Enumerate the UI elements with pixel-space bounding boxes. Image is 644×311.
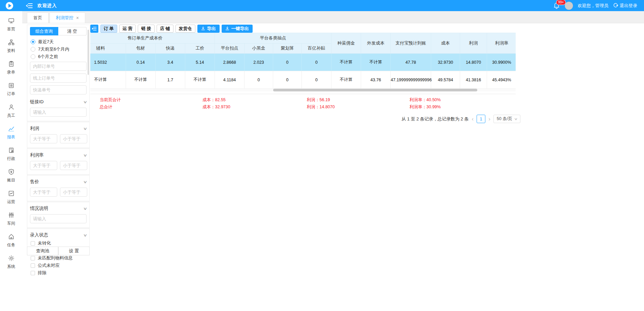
export-button[interactable]: 导出 [197,25,220,33]
grand-total-rate: 利润率：30.99% [410,104,516,110]
price-max-input[interactable] [60,188,87,197]
checkbox-icon [31,263,35,268]
section-entry-status[interactable]: 录入状态 ∨ [30,232,87,238]
remark-input[interactable] [30,214,87,223]
page-total-cost: 成本：82.55 [202,97,307,103]
profit-rate-max-input[interactable] [60,161,87,170]
column-header: 成本 [431,33,460,54]
link-id-input[interactable] [30,108,87,117]
radio-icon [31,54,35,59]
topbar-title: 欢迎进入 [37,3,57,9]
horizontal-scrollbar-thumb[interactable] [273,89,477,91]
internal-order-input[interactable] [30,62,87,71]
grand-total-row: 总合计 成本：32.9730 利润：14.8070 利润率：30.99% [90,104,516,111]
horizontal-scrollbar-track [90,89,516,91]
dimension-tab-warehouse[interactable]: 发货仓 [175,25,195,33]
column-header: 利润 [460,33,487,54]
column-header: 外发成本 [361,33,391,54]
profit-rate-min-input[interactable] [30,161,57,170]
sidebar-item-admin[interactable]: 行政 [0,143,22,165]
home-icon [8,233,14,241]
sidebar-item-operations[interactable]: 运营 [0,187,22,208]
clear-button[interactable]: 清 空 [58,27,87,35]
checkbox-formula-mismatch[interactable]: 公式未对应 [30,262,87,269]
dimension-tab-shop[interactable]: 店 铺 [157,25,173,33]
column-header: 工价 [185,43,215,54]
current-page-button[interactable]: 1 [477,115,485,123]
chevron-down-icon: ∨ [83,206,88,211]
radio-before-6m[interactable]: 6个月之前 [30,53,87,60]
checkbox-no-material-match[interactable]: 未匹配到物料信息 [30,254,87,262]
table-row[interactable]: 1.5032 0.14 3.4 5.14 2.8668 2.023 0 0 不计… [90,54,516,71]
sidebar-item-tasks[interactable]: 任务 [0,230,22,251]
section-price[interactable]: 售价 ∨ [30,179,87,185]
chevron-down-icon: ∨ [83,180,88,184]
logout-icon [613,3,618,9]
table-row[interactable]: 不计算 不计算 1.7 不计算 4.1184 0 0 0 不计算 43.76 4… [90,71,516,89]
radio-last-7-days[interactable]: 最近7天 [30,38,87,46]
combined-query-button[interactable]: 组合查询 [30,27,58,35]
column-group-platform-cuts: 平台各类抽点 [215,33,331,44]
sidebar-item-workshop[interactable]: 车间 [0,208,22,230]
sidebar-item-system[interactable]: 系统 [0,251,22,273]
next-page-icon[interactable]: › [488,116,490,122]
page-size-select[interactable]: 50 条/页 ∨ [493,115,520,123]
sidebar-item-data[interactable]: 资料 [0,35,22,57]
tracking-number-input[interactable] [30,85,87,94]
export-all-button[interactable]: 一键导出 [222,25,253,33]
column-list-icon[interactable] [90,25,98,33]
topbar: 欢迎进入 99+ 欢迎您，管理员 退出登录 [0,0,644,11]
checkbox-not-converted[interactable]: 未转化 [30,239,87,247]
grand-total-profit: 利润：14.8070 [307,104,410,110]
chart-box-icon [8,190,14,198]
sidebar-item-orders[interactable]: 订单 [0,79,22,100]
settings-button[interactable]: 设 置 [58,247,90,255]
notification-bell-icon[interactable]: 99+ [553,2,560,9]
close-icon[interactable]: × [76,15,79,21]
dimension-tab-order[interactable]: 订 单 [100,25,117,33]
main-content: 组合查询 清 空 最近7天 7天前至6个月内 6个月之前 链接ID ∨ 利润 ∨ [22,23,644,311]
section-remark[interactable]: 情况说明 ∨ [30,205,87,211]
section-profit-rate[interactable]: 利润率 ∨ [30,152,87,158]
query-pool-button[interactable]: 查询池 [27,247,58,255]
doc-user-icon [8,147,14,155]
sidebar-item-entry[interactable]: 录单 [0,57,22,79]
shield-yen-icon [8,169,14,176]
section-profit[interactable]: 利润 ∨ [30,125,87,132]
grand-total-cost: 成本：32.9730 [202,104,307,110]
avatar[interactable] [565,2,573,10]
sidebar-item-staff[interactable]: 员工 [0,100,22,122]
column-header: 聚划算 [273,43,302,54]
radio-icon [31,47,35,52]
pagination: 从 1 至 2 条记录，总记录数为 2 条 ‹ 1 › 50 条/页 ∨ [90,115,520,123]
profit-max-input[interactable] [60,134,87,143]
grand-total-label: 总合计 [100,104,202,110]
chevron-down-icon: ∨ [83,100,88,104]
pagination-info: 从 1 至 2 条记录，总记录数为 2 条 [401,116,469,122]
dimension-tab-link[interactable]: 链 接 [138,25,155,33]
price-min-input[interactable] [30,188,57,197]
sidebar-item-accounts[interactable]: 账目 [0,165,22,187]
dimension-tab-operation[interactable]: 运 营 [119,25,136,33]
sidebar-item-reports[interactable]: 报表 [0,122,22,143]
sidebar-collapse-icon[interactable] [26,3,33,8]
column-header: 包材 [126,43,156,54]
logout-button[interactable]: 退出登录 [613,3,637,9]
sidebar-item-home[interactable]: 首页 [0,14,22,35]
online-order-input[interactable] [30,74,87,83]
section-link-id[interactable]: 链接ID ∨ [30,99,87,105]
chevron-down-icon: ∨ [514,117,518,121]
sitemap-icon [8,39,14,47]
page-total-profit: 利润：56.19 [307,97,410,103]
prev-page-icon[interactable]: ‹ [472,116,474,122]
toolbar: 订 单 运 营 链 接 店 铺 发货仓 导出 一键导出 [90,25,520,33]
radio-7d-to-6m[interactable]: 7天前至6个月内 [30,46,87,53]
tab-home[interactable]: 首页 [27,12,49,23]
checkbox-excluded[interactable]: 排除 [30,269,87,277]
column-group-production-cost: 售订单生产成本价 [90,33,215,44]
checkbox-icon [31,256,35,260]
tab-profit-control[interactable]: 利润管控 × [50,12,85,23]
clipboard-icon [8,61,14,68]
profit-min-input[interactable] [30,134,57,143]
filter-scrollbar[interactable] [88,30,89,75]
